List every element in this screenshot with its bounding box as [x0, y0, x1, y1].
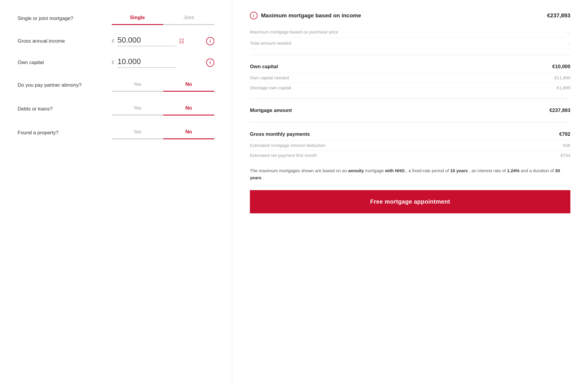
max-income-header-left: i Maximum mortgage based on income — [250, 12, 361, 19]
own-capital-needed-value: €11,899 — [554, 75, 570, 80]
own-capital-label: Own capital — [18, 60, 112, 66]
max-purchase-value: ... — [567, 29, 570, 34]
max-income-label: Maximum mortgage based on income — [261, 12, 361, 19]
alimony-toggle: Yes No — [112, 78, 214, 92]
mortgage-type-row: Single or joint mortgage? Single Joint — [18, 12, 214, 25]
property-row: Found a property? Yes No — [18, 126, 214, 139]
debts-toggle: Yes No — [112, 102, 214, 115]
deduction-row: Estimated mortgage interest deduction €3… — [250, 140, 570, 150]
debts-no-option[interactable]: No — [163, 102, 215, 115]
max-purchase-row: Maximum mortgage based on purchase price… — [250, 26, 570, 38]
alimony-no-option[interactable]: No — [163, 78, 215, 92]
divider-2 — [250, 98, 570, 99]
debts-row: Debts or loans? Yes No — [18, 102, 214, 115]
alimony-label: Do you pay partner alimony? — [18, 82, 112, 88]
shortage-label: Shortage own capital — [250, 85, 291, 90]
deduction-label: Estimated mortgage interest deduction — [250, 143, 325, 148]
gross-monthly-row: Gross monthly payments €792 — [250, 128, 570, 140]
own-capital-needed-label: Own capital needed — [250, 75, 289, 80]
net-payment-value: €754 — [561, 153, 570, 158]
net-payment-label: Estimated net payment first month — [250, 153, 317, 158]
gross-monthly-value: €792 — [559, 131, 570, 137]
calculator-icon[interactable]: ☷ — [179, 38, 184, 45]
own-capital-result-value: €10,000 — [552, 64, 570, 70]
own-capital-needed-row: Own capital needed €11,899 — [250, 73, 570, 83]
divider-1 — [250, 55, 570, 55]
own-capital-result-row: Own capital €10,000 — [250, 61, 570, 73]
gross-income-input[interactable] — [117, 36, 176, 46]
mortgage-amount-value: €237,893 — [549, 108, 570, 113]
cta-button[interactable]: Free mortgage appointment — [250, 190, 570, 213]
alimony-yes-option[interactable]: Yes — [112, 78, 163, 92]
max-income-header: i Maximum mortgage based on income €237,… — [250, 12, 570, 19]
own-capital-input[interactable] — [117, 57, 176, 68]
max-income-info-icon[interactable]: i — [250, 12, 258, 19]
mortgage-joint-option[interactable]: Joint — [163, 12, 215, 25]
own-capital-input-group: € — [112, 57, 206, 68]
debts-label: Debts or loans? — [18, 106, 112, 112]
own-capital-info-icon[interactable]: i — [206, 58, 214, 67]
mortgage-single-option[interactable]: Single — [112, 12, 163, 25]
max-income-value: €237,893 — [547, 12, 570, 19]
shortage-value: -€1,899 — [555, 85, 570, 90]
mortgage-type-toggle: Single Joint — [112, 12, 214, 25]
max-purchase-label: Maximum mortgage based on purchase price — [250, 29, 338, 34]
mortgage-type-label: Single or joint mortgage? — [18, 16, 112, 21]
total-needed-value: ... — [567, 41, 570, 46]
property-toggle: Yes No — [112, 126, 214, 139]
property-no-option[interactable]: No — [163, 126, 215, 139]
gross-income-label: Gross annual income — [18, 38, 112, 44]
right-panel: i Maximum mortgage based on income €237,… — [232, 0, 588, 387]
alimony-row: Do you pay partner alimony? Yes No — [18, 78, 214, 92]
left-panel: Single or joint mortgage? Single Joint G… — [0, 0, 232, 387]
net-payment-row: Estimated net payment first month €754 — [250, 150, 570, 160]
property-yes-option[interactable]: Yes — [112, 126, 163, 139]
disclaimer-text: The maximum mortgages shown are based on… — [250, 167, 570, 181]
gross-income-input-group: € ☷ — [112, 36, 206, 46]
gross-income-info-icon[interactable]: i — [206, 37, 214, 45]
gross-monthly-label: Gross monthly payments — [250, 131, 310, 137]
own-capital-currency: € — [112, 60, 114, 66]
debts-yes-option[interactable]: Yes — [112, 102, 163, 115]
gross-income-row: Gross annual income € ☷ i — [18, 36, 214, 46]
divider-3 — [250, 122, 570, 123]
shortage-row: Shortage own capital -€1,899 — [250, 83, 570, 93]
total-needed-row: Total amount needed ... — [250, 38, 570, 49]
own-capital-result-label: Own capital — [250, 64, 278, 70]
deduction-value: €38 — [563, 143, 570, 148]
mortgage-amount-label: Mortgage amount — [250, 108, 292, 113]
own-capital-row: Own capital € i — [18, 57, 214, 68]
gross-income-currency: € — [112, 38, 114, 44]
property-label: Found a property? — [18, 130, 112, 136]
mortgage-amount-row: Mortgage amount €237,893 — [250, 105, 570, 116]
total-needed-label: Total amount needed — [250, 41, 291, 46]
